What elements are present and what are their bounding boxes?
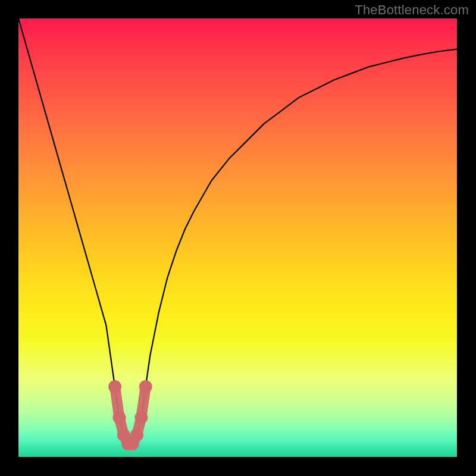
highlight-dot [139,380,152,393]
curve-layer [18,18,457,457]
highlight-dots [108,380,152,450]
highlight-dot [130,428,143,441]
watermark-text: TheBottleneck.com [355,2,469,18]
plot-area [18,18,457,457]
highlight-dot [113,411,126,424]
highlight-dot [134,411,148,424]
bottleneck-curve [18,18,457,444]
chart-frame: TheBottleneck.com [0,0,476,476]
highlight-dot [108,380,121,393]
